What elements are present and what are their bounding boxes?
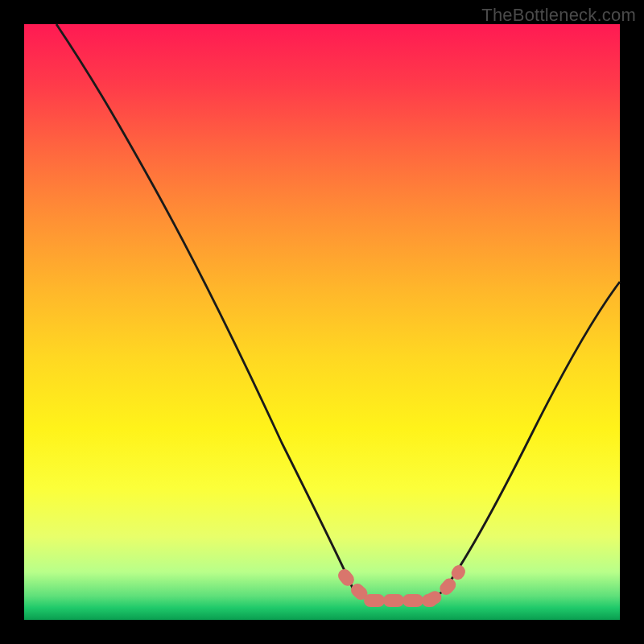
optimal-zone-right	[431, 572, 459, 600]
watermark-text: TheBottleneck.com	[481, 5, 636, 26]
bottleneck-curve	[24, 24, 620, 620]
curve-left-branch	[56, 24, 354, 592]
curve-right-branch	[443, 282, 620, 592]
